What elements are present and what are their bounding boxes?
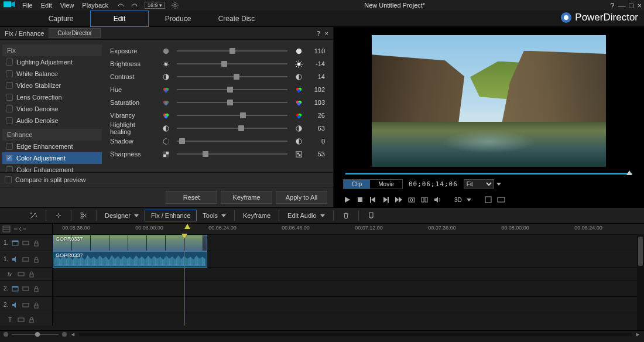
trim-icon[interactable] <box>420 196 429 204</box>
tools-dropdown[interactable]: Tools <box>203 212 226 219</box>
track-body[interactable] <box>53 268 644 280</box>
adjust-slider[interactable] <box>177 102 287 103</box>
lock-icon[interactable] <box>33 240 40 247</box>
lock-icon[interactable] <box>28 316 35 323</box>
3d-button[interactable]: 3D <box>454 197 462 203</box>
snap-icon[interactable] <box>54 211 63 220</box>
lock-icon[interactable] <box>33 302 40 309</box>
redo-icon[interactable] <box>131 1 139 9</box>
timeline-vertical-scrollbar[interactable] <box>637 234 644 330</box>
adjust-slider[interactable] <box>177 89 287 90</box>
snapshot-icon[interactable] <box>407 196 416 204</box>
track-body[interactable] <box>53 297 644 313</box>
adjust-slider[interactable] <box>177 76 287 77</box>
adjust-slider[interactable] <box>177 115 287 116</box>
trash-icon[interactable] <box>342 211 350 220</box>
fix-stabilizer[interactable]: Video Stabilizer <box>2 80 102 91</box>
enh-edge[interactable]: Edge Enhancement <box>2 141 102 152</box>
preview-video[interactable] <box>372 35 606 167</box>
apply-all-button[interactable]: Apply to All <box>276 191 327 204</box>
fix-white-balance[interactable]: White Balance <box>2 68 102 80</box>
adjust-slider[interactable] <box>177 141 287 142</box>
chevron-down-icon[interactable] <box>496 183 501 186</box>
tab-create-disc[interactable]: Create Disc <box>207 11 266 26</box>
track-visible-icon[interactable] <box>22 285 29 292</box>
adjust-slider[interactable] <box>177 63 287 64</box>
scroll-right-icon[interactable]: ► <box>635 331 640 337</box>
enh-color-adjustment[interactable]: Color Adjustment <box>2 152 102 164</box>
track-visible-icon[interactable] <box>18 271 25 278</box>
panel-help-icon[interactable]: ? <box>316 30 320 37</box>
tab-capture[interactable]: Capture <box>32 11 90 26</box>
close-icon[interactable]: × <box>637 1 642 10</box>
track-visible-icon[interactable] <box>22 256 29 263</box>
track-visible-icon[interactable] <box>22 302 29 309</box>
track-body[interactable] <box>53 281 644 296</box>
adjust-slider[interactable] <box>177 128 287 129</box>
next-frame-icon[interactable] <box>382 196 390 204</box>
menu-edit[interactable]: Edit <box>41 2 52 9</box>
preview-scrubber[interactable] <box>345 172 632 176</box>
fullscreen-icon[interactable] <box>497 196 505 204</box>
enh-color-enhancement[interactable]: Color Enhancement <box>2 164 102 172</box>
fix-lens[interactable]: Lens Correction <box>2 91 102 103</box>
scroll-left-icon[interactable]: ◄ <box>70 331 76 337</box>
timeline-mode-icon[interactable] <box>13 225 27 232</box>
track-body[interactable]: GOPR0337 <box>53 251 644 267</box>
lock-icon[interactable] <box>33 285 40 292</box>
minimize-icon[interactable]: — <box>618 1 626 10</box>
aspect-ratio-selector[interactable]: 16:9 ▾ <box>145 2 165 9</box>
keyframe-button[interactable]: Keyframe <box>221 191 272 204</box>
track-body[interactable] <box>53 313 644 326</box>
panel-close-icon[interactable]: × <box>325 30 328 37</box>
play-icon[interactable] <box>343 196 351 204</box>
marker-icon[interactable] <box>367 211 375 220</box>
lock-icon[interactable] <box>28 271 35 278</box>
fix-lighting[interactable]: Lighting Adjustment <box>2 56 102 68</box>
tab-produce[interactable]: Produce <box>149 11 207 26</box>
dock-icon[interactable] <box>484 196 492 204</box>
maximize-icon[interactable]: □ <box>629 1 634 10</box>
time-ruler[interactable]: 00:05:36:0000:06:00:0000:06:24:0000:06:4… <box>53 224 644 234</box>
zoom-in-icon[interactable] <box>62 332 67 337</box>
zoom-out-icon[interactable] <box>4 332 8 337</box>
colordirector-button[interactable]: ColorDirector <box>49 28 101 38</box>
compare-checkbox[interactable] <box>5 176 12 183</box>
track-visible-icon[interactable] <box>18 316 25 323</box>
preview-mode-toggle[interactable]: Clip Movie <box>343 179 403 189</box>
ruler-playhead[interactable] <box>184 224 190 229</box>
svg-marker-40 <box>371 197 375 203</box>
scissors-icon[interactable] <box>80 211 88 220</box>
fix-video-denoise[interactable]: Video Denoise <box>2 103 102 115</box>
track-body[interactable]: GOPR0337 <box>53 235 644 251</box>
track-visible-icon[interactable] <box>22 240 29 247</box>
timeline-view-icon[interactable] <box>2 225 11 232</box>
keyframe-dropdown[interactable]: Keyframe <box>243 212 270 219</box>
tab-edit[interactable]: Edit <box>90 11 149 27</box>
playhead[interactable] <box>184 234 185 326</box>
help-icon[interactable]: ? <box>610 1 614 10</box>
designer-dropdown[interactable]: Designer <box>105 212 139 219</box>
svg-text:fx: fx <box>8 272 12 278</box>
menu-file[interactable]: File <box>22 2 33 9</box>
timeline-horizontal-scrollbar[interactable] <box>79 333 632 336</box>
lock-icon[interactable] <box>33 256 40 263</box>
prev-frame-icon[interactable] <box>369 196 377 204</box>
settings-icon[interactable] <box>171 1 179 9</box>
stop-icon[interactable] <box>356 196 364 204</box>
fast-forward-icon[interactable] <box>395 196 403 204</box>
volume-icon[interactable] <box>433 196 441 204</box>
menu-view[interactable]: View <box>60 2 74 9</box>
undo-icon[interactable] <box>117 1 125 9</box>
menu-playback[interactable]: Playback <box>82 2 108 9</box>
edit-audio-dropdown[interactable]: Edit Audio <box>287 212 325 219</box>
reset-button[interactable]: Reset <box>166 191 217 204</box>
zoom-fit-select[interactable]: Fit <box>464 179 494 189</box>
checkbox[interactable] <box>6 59 13 66</box>
adjust-slider[interactable] <box>177 50 287 52</box>
zoom-slider[interactable] <box>12 334 59 335</box>
fix-audio-denoise[interactable]: Audio Denoise <box>2 115 102 126</box>
adjust-slider[interactable] <box>177 153 287 155</box>
fix-enhance-dropdown[interactable]: Fix / Enhance <box>145 210 197 221</box>
magic-tool-icon[interactable] <box>29 211 37 220</box>
